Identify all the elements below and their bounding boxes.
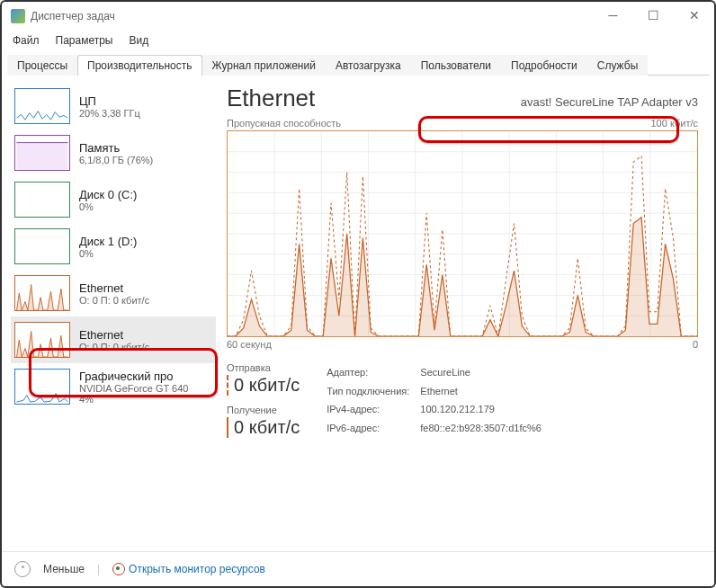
app-icon bbox=[11, 9, 25, 23]
menu-bar: Файл Параметры Вид bbox=[2, 31, 714, 50]
disk0-value: 0% bbox=[79, 201, 137, 212]
prop-ipv6-k: IPv6-адрес: bbox=[327, 420, 418, 437]
prop-ipv4-v: 100.120.212.179 bbox=[420, 401, 550, 418]
close-button[interactable]: ✕ bbox=[674, 2, 714, 29]
eth1-value: О: 0 П: 0 кбит/с bbox=[79, 295, 149, 306]
disk0-label: Диск 0 (C:) bbox=[79, 188, 137, 201]
open-resource-monitor-link[interactable]: Открыть монитор ресурсов bbox=[112, 563, 265, 575]
recv-rate: 0 кбит/с bbox=[227, 417, 300, 438]
disk1-thumb bbox=[14, 228, 70, 264]
memory-label: Память bbox=[79, 141, 153, 155]
less-button[interactable]: Меньше bbox=[43, 563, 85, 575]
menu-file[interactable]: Файл bbox=[11, 32, 41, 49]
eth2-value: О: 0 П: 0 кбит/с bbox=[79, 342, 149, 352]
prop-ipv4-k: IPv4-адрес: bbox=[327, 401, 418, 418]
gpu-value2: 4% bbox=[79, 394, 188, 405]
prop-ipv6-v: fe80::e2:b928:3507:d1fc%6 bbox=[420, 420, 550, 437]
chart-label-left: Пропускная способность bbox=[227, 118, 341, 129]
sidebar-item-disk1[interactable]: Диск 1 (D:)0% bbox=[11, 223, 216, 270]
resource-monitor-icon bbox=[112, 563, 125, 575]
eth1-label: Ethernet bbox=[79, 281, 149, 295]
menu-options[interactable]: Параметры bbox=[54, 32, 115, 49]
memory-thumb bbox=[14, 135, 70, 171]
recv-label: Получение bbox=[227, 405, 300, 415]
cpu-label: ЦП bbox=[79, 94, 140, 108]
send-rate: 0 кбит/с bbox=[227, 375, 300, 396]
eth2-label: Ethernet bbox=[79, 328, 149, 342]
sidebar-item-disk0[interactable]: Диск 0 (C:)0% bbox=[11, 176, 216, 223]
disk0-thumb bbox=[14, 182, 70, 218]
sidebar-item-ethernet-2[interactable]: EthernetО: 0 П: 0 кбит/с bbox=[11, 316, 216, 363]
tab-bar: Процессы Производительность Журнал прило… bbox=[7, 54, 709, 76]
gpu-label: Графический про bbox=[79, 370, 188, 383]
sidebar-item-memory[interactable]: Память6,1/8,0 ГБ (76%) bbox=[11, 129, 216, 176]
tab-performance[interactable]: Производительность bbox=[77, 55, 201, 76]
maximize-button[interactable]: ☐ bbox=[633, 2, 674, 29]
tab-apphistory[interactable]: Журнал приложений bbox=[202, 55, 326, 76]
throughput-chart[interactable] bbox=[227, 130, 698, 337]
disk1-label: Диск 1 (D:) bbox=[79, 235, 137, 248]
tab-users[interactable]: Пользователи bbox=[411, 55, 501, 76]
connection-properties: Адаптер:SecureLine Тип подключения:Ether… bbox=[325, 362, 552, 438]
cpu-thumb bbox=[14, 88, 70, 124]
sidebar-item-ethernet-1[interactable]: EthernetО: 0 П: 0 кбит/с bbox=[11, 270, 216, 316]
window-title: Диспетчер задач bbox=[31, 10, 115, 22]
chart-bottom-right: 0 bbox=[693, 339, 698, 350]
sidebar-item-gpu[interactable]: Графический проNVIDIA GeForce GT 6404% bbox=[11, 363, 216, 410]
prop-adapter-v: SecureLine bbox=[420, 364, 550, 381]
collapse-icon[interactable]: ˄ bbox=[14, 561, 31, 577]
prop-conn-k: Тип подключения: bbox=[327, 383, 418, 400]
disk1-value: 0% bbox=[79, 248, 137, 259]
main-panel: Ethernet avast! SecureLine TAP Adapter v… bbox=[216, 76, 714, 523]
sidebar-item-cpu[interactable]: ЦП20% 3,38 ГГц bbox=[11, 83, 216, 129]
tab-details[interactable]: Подробности bbox=[501, 55, 587, 76]
cpu-value: 20% 3,38 ГГц bbox=[79, 108, 140, 119]
prop-adapter-k: Адаптер: bbox=[327, 364, 418, 381]
chart-label-right: 100 кбит/с bbox=[650, 118, 698, 129]
chart-bottom-left: 60 секунд bbox=[227, 339, 272, 350]
gpu-value: NVIDIA GeForce GT 640 bbox=[79, 383, 188, 394]
send-label: Отправка bbox=[227, 362, 300, 373]
svg-rect-0 bbox=[17, 143, 68, 170]
tab-services[interactable]: Службы bbox=[587, 55, 648, 76]
adapter-name: avast! SecureLine TAP Adapter v3 bbox=[521, 95, 698, 109]
eth1-thumb bbox=[14, 275, 70, 311]
minimize-button[interactable]: ─ bbox=[593, 2, 633, 29]
tab-startup[interactable]: Автозагрузка bbox=[326, 55, 411, 76]
page-title: Ethernet bbox=[227, 85, 315, 112]
gpu-thumb bbox=[14, 369, 70, 405]
tab-processes[interactable]: Процессы bbox=[7, 55, 77, 76]
eth2-thumb bbox=[14, 322, 70, 358]
prop-conn-v: Ethernet bbox=[420, 383, 550, 400]
resource-monitor-label: Открыть монитор ресурсов bbox=[129, 563, 265, 575]
memory-value: 6,1/8,0 ГБ (76%) bbox=[79, 155, 153, 165]
menu-view[interactable]: Вид bbox=[127, 32, 150, 49]
sidebar: ЦП20% 3,38 ГГц Память6,1/8,0 ГБ (76%) Ди… bbox=[2, 76, 216, 523]
